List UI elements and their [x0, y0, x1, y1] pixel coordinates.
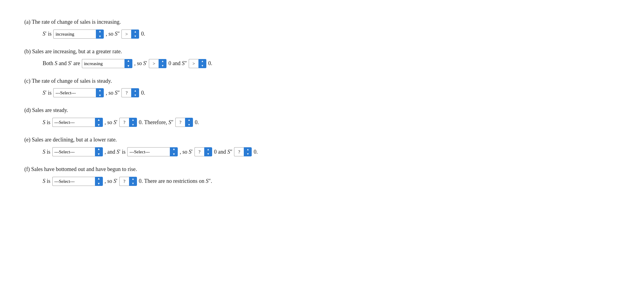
section-e-select1-arrow[interactable]: ▲ ▼	[95, 147, 103, 156]
section-b-mid2: 0 and S″	[168, 59, 187, 68]
section-a-spinner[interactable]: > ▲ ▼	[121, 30, 139, 39]
section-e-spinner1[interactable]: ? ▲ ▼	[194, 147, 212, 156]
section-b-spinner1[interactable]: > ▲ ▼	[149, 59, 166, 68]
section-c-spinner[interactable]: ? ▲ ▼	[121, 88, 139, 97]
section-a-select-wrapper[interactable]: increasing decreasing constant ▲ ▼	[53, 30, 104, 39]
section-d-spinner1[interactable]: ? ▲ ▼	[119, 118, 137, 127]
section-f-label: (f) Sales have bottomed out and have beg…	[24, 165, 632, 174]
section-e-suffix: 0.	[254, 148, 258, 156]
section-b-mid1: , so S′	[134, 59, 147, 68]
section-f-select[interactable]: ---Select--- increasing decreasing const…	[52, 177, 95, 186]
section-e-select1[interactable]: ---Select--- increasing decreasing const…	[52, 147, 95, 156]
section-e-prefix: S is	[43, 148, 51, 156]
section-c-select[interactable]: ---Select--- increasing decreasing const…	[53, 88, 96, 97]
section-d-row: S is ---Select--- increasing decreasing …	[43, 118, 632, 127]
section-f-select-arrow[interactable]: ▲ ▼	[95, 177, 103, 186]
section-c-row: S′ is ---Select--- increasing decreasing…	[43, 88, 632, 97]
section-c-label: (c) The rate of change of sales is stead…	[24, 77, 632, 85]
section-e: (e) Sales are declining, but at a lower …	[12, 135, 632, 156]
section-e-spinner1-val: ?	[194, 147, 204, 156]
section-c: (c) The rate of change of sales is stead…	[12, 77, 632, 98]
section-e-row: S is ---Select--- increasing decreasing …	[43, 147, 632, 156]
section-a-spinner-val: >	[121, 30, 131, 39]
section-a-suffix: 0.	[141, 30, 145, 38]
section-d-spinner2-arrows[interactable]: ▲ ▼	[185, 118, 193, 127]
section-d-mid2: 0. Therefore, S″	[139, 118, 173, 127]
section-d-spinner2[interactable]: ? ▲ ▼	[175, 118, 193, 127]
section-d-select[interactable]: ---Select--- increasing decreasing const…	[52, 118, 95, 127]
section-e-spinner2-val: ?	[234, 147, 244, 156]
section-e-mid3: 0 and S″	[214, 148, 233, 156]
section-c-prefix: S′ is	[43, 89, 51, 97]
section-f-spinner[interactable]: ? ▲ ▼	[119, 177, 137, 186]
section-a-mid: , so S″	[106, 30, 120, 38]
section-f-select-wrapper[interactable]: ---Select--- increasing decreasing const…	[52, 177, 103, 186]
section-b: (b) Sales are increasing, but at a great…	[12, 47, 632, 68]
section-f-mid: , so S′	[105, 177, 117, 186]
section-d-spinner1-arrows[interactable]: ▲ ▼	[129, 118, 137, 127]
section-b-spinner2-val: >	[189, 59, 198, 68]
section-d-suffix: 0.	[195, 118, 199, 127]
section-a-label: (a) The rate of change of sales is incre…	[24, 18, 632, 26]
section-f-suffix: 0. There are no restrictions on S″.	[139, 177, 212, 186]
section-b-label: (b) Sales are increasing, but at a great…	[24, 47, 632, 56]
section-b-select[interactable]: increasing decreasing constant	[82, 59, 124, 68]
section-e-spinner2-arrows[interactable]: ▲ ▼	[244, 147, 252, 156]
section-e-label: (e) Sales are declining, but at a lower …	[24, 135, 632, 144]
section-b-spinner1-arrows[interactable]: ▲ ▼	[159, 59, 166, 68]
section-b-suffix: 0.	[208, 59, 212, 68]
section-d-mid1: , so S′	[105, 118, 117, 127]
section-e-select2-wrapper[interactable]: ---Select--- increasing decreasing const…	[127, 147, 178, 156]
section-e-mid1: , and S′ is	[105, 148, 126, 156]
section-d-spinner2-val: ?	[175, 118, 185, 127]
section-c-select-arrow[interactable]: ▲ ▼	[96, 88, 104, 97]
section-b-row: Both S and S′ are increasing decreasing …	[43, 59, 632, 68]
section-d-select-arrow[interactable]: ▲ ▼	[95, 118, 103, 127]
section-b-spinner2[interactable]: > ▲ ▼	[189, 59, 206, 68]
section-a: (a) The rate of change of sales is incre…	[12, 18, 632, 39]
section-e-spinner1-arrows[interactable]: ▲ ▼	[204, 147, 212, 156]
section-e-spinner2[interactable]: ? ▲ ▼	[234, 147, 252, 156]
section-c-suffix: 0.	[141, 89, 145, 97]
section-f-spinner-val: ?	[119, 177, 129, 186]
section-f-spinner-arrows[interactable]: ▲ ▼	[129, 177, 137, 186]
section-a-select[interactable]: increasing decreasing constant	[53, 30, 96, 39]
section-b-select-arrow[interactable]: ▲ ▼	[124, 59, 132, 68]
section-b-prefix: Both S and S′ are	[43, 59, 80, 68]
section-d: (d) Sales are steady. S is ---Select--- …	[12, 106, 632, 127]
section-e-select2[interactable]: ---Select--- increasing decreasing const…	[127, 147, 170, 156]
section-e-mid2: , so S′	[180, 148, 192, 156]
section-d-spinner1-val: ?	[119, 118, 129, 127]
section-f-prefix: S is	[43, 177, 51, 186]
section-b-select-wrapper[interactable]: increasing decreasing constant ▲ ▼	[82, 59, 132, 68]
section-c-spinner-arrows[interactable]: ▲ ▼	[131, 88, 139, 97]
section-a-spinner-arrows[interactable]: ▲ ▼	[131, 30, 139, 39]
section-b-spinner2-arrows[interactable]: ▲ ▼	[198, 59, 206, 68]
section-d-label: (d) Sales are steady.	[24, 106, 632, 115]
section-f-row: S is ---Select--- increasing decreasing …	[43, 177, 632, 186]
section-c-spinner-val: ?	[121, 88, 131, 97]
section-d-prefix: S is	[43, 118, 51, 127]
section-c-select-wrapper[interactable]: ---Select--- increasing decreasing const…	[53, 88, 104, 97]
section-e-select1-wrapper[interactable]: ---Select--- increasing decreasing const…	[52, 147, 103, 156]
section-f: (f) Sales have bottomed out and have beg…	[12, 165, 632, 186]
section-a-row: S′ is increasing decreasing constant ▲ ▼…	[43, 30, 632, 39]
section-a-select-arrow[interactable]: ▲ ▼	[96, 30, 104, 39]
section-b-spinner1-val: >	[149, 59, 159, 68]
section-c-mid: , so S″	[106, 89, 120, 97]
section-e-select2-arrow[interactable]: ▲ ▼	[170, 147, 178, 156]
section-d-select-wrapper[interactable]: ---Select--- increasing decreasing const…	[52, 118, 103, 127]
section-a-prefix: S′ is	[43, 30, 51, 38]
